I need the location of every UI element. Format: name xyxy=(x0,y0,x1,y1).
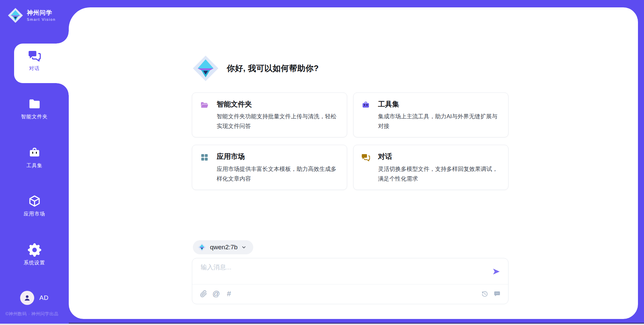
mention-icon[interactable]: @ xyxy=(212,290,220,298)
sidebar-item-toolset[interactable]: 工具集 xyxy=(0,146,69,169)
sidebar-item-chat[interactable]: 对话 xyxy=(0,49,69,72)
history-icon[interactable] xyxy=(481,290,488,298)
cube-icon xyxy=(28,194,41,208)
user-name: AD xyxy=(39,294,48,302)
sidebar-item-label: 对话 xyxy=(29,65,40,72)
gear-icon xyxy=(28,243,41,257)
sidebar-item-smart-folder[interactable]: 智能文件夹 xyxy=(0,97,69,120)
sidebar: 神州问学 Smart Vision 对话 智能文件夹 工具集 应用市场 系统设置… xyxy=(0,0,69,324)
chevron-down-icon xyxy=(241,245,247,250)
briefcase-icon xyxy=(28,146,41,159)
model-name: qwen2:7b xyxy=(210,244,237,251)
card-title: 对话 xyxy=(378,152,500,161)
send-button[interactable] xyxy=(492,267,501,276)
conversation-icon[interactable] xyxy=(493,290,501,298)
app-grid-icon xyxy=(200,153,209,162)
briefcase-icon xyxy=(361,101,370,110)
card-title: 智能文件夹 xyxy=(217,100,339,109)
composer-divider xyxy=(192,284,508,284)
card-title: 工具集 xyxy=(378,100,500,109)
assistant-logo-icon xyxy=(192,55,219,82)
sidebar-item-label: 工具集 xyxy=(26,162,43,169)
chat-bubbles-icon xyxy=(361,153,370,162)
card-description: 灵活切换多模型文件，支持多样回复效果调试，满足个性化需求 xyxy=(378,164,500,184)
window-bottom-strip xyxy=(0,324,644,325)
card-smart-folder[interactable]: 智能文件夹 智能文件夹功能支持批量文件上传与清洗，轻松实现文件问答 xyxy=(192,92,347,137)
main-panel: 你好, 我可以如何帮助你? 智能文件夹 智能文件夹功能支持批量文件上传与清洗，轻… xyxy=(69,7,638,319)
folder-open-icon xyxy=(200,101,209,110)
sidebar-item-label: 应用市场 xyxy=(24,211,45,217)
user-account[interactable]: AD xyxy=(0,291,69,305)
topic-hash-icon[interactable]: # xyxy=(225,290,233,298)
card-description: 集成市场上主流工具，助力AI与外界无缝扩展与对接 xyxy=(378,112,500,131)
folder-icon xyxy=(28,97,41,111)
avatar xyxy=(20,291,34,305)
card-chat[interactable]: 对话 灵活切换多模型文件，支持多样回复效果调试，满足个性化需求 xyxy=(353,145,508,190)
composer-toolbar: @ # xyxy=(200,287,501,301)
person-icon xyxy=(23,294,32,302)
feature-cards: 智能文件夹 智能文件夹功能支持批量文件上传与清洗，轻松实现文件问答 工具集 集成… xyxy=(192,92,508,190)
card-title: 应用市场 xyxy=(217,152,339,161)
card-description: 应用市场提供丰富长文本模板，助力高效生成多样化文章内容 xyxy=(217,164,339,184)
brand-name: 神州问学 xyxy=(27,9,56,17)
attachment-icon[interactable] xyxy=(200,290,207,298)
copyright-footer: ©神州数码 · 神州问学出品 xyxy=(5,311,58,317)
greeting-text: 你好, 我可以如何帮助你? xyxy=(227,63,319,74)
model-logo-icon xyxy=(198,243,206,252)
brand-subtitle: Smart Vision xyxy=(27,17,56,21)
sidebar-item-label: 系统设置 xyxy=(24,260,45,266)
send-icon xyxy=(492,267,501,276)
card-app-market[interactable]: 应用市场 应用市场提供丰富长文本模板，助力高效生成多样化文章内容 xyxy=(192,145,347,190)
brand-logo-icon xyxy=(7,7,23,23)
card-toolset[interactable]: 工具集 集成市场上主流工具，助力AI与外界无缝扩展与对接 xyxy=(353,92,508,137)
card-description: 智能文件夹功能支持批量文件上传与清洗，轻松实现文件问答 xyxy=(217,112,339,131)
greeting-hero: 你好, 我可以如何帮助你? xyxy=(192,55,319,82)
chat-bubbles-icon xyxy=(28,49,41,62)
sidebar-item-label: 智能文件夹 xyxy=(21,114,48,120)
sidebar-item-settings[interactable]: 系统设置 xyxy=(0,243,69,266)
model-selector[interactable]: qwen2:7b xyxy=(193,240,253,254)
brand: 神州问学 Smart Vision xyxy=(7,7,56,23)
sidebar-item-app-market[interactable]: 应用市场 xyxy=(0,194,69,217)
message-input[interactable] xyxy=(201,263,482,282)
message-composer: @ # xyxy=(192,258,508,304)
